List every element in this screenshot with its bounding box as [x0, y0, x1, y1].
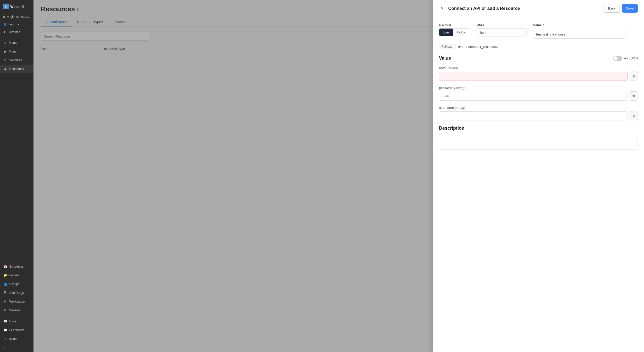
sidebar-workspace-label: virgin-workspa...: [7, 15, 30, 19]
sidebar-item-schedules[interactable]: 📅 Schedules: [0, 262, 33, 271]
user-group: User: [477, 23, 527, 37]
sidebar-item-runs-label: Runs: [9, 50, 16, 53]
collapse-icon: ←: [3, 346, 7, 350]
name-group: Name *: [533, 23, 625, 39]
sidebar-item-audit-label: Audit Logs: [9, 291, 24, 295]
owner-folder-button[interactable]: Folder: [453, 29, 470, 36]
save-button[interactable]: Save: [622, 4, 638, 13]
field-password: password (string) sh: [439, 86, 638, 101]
host-label: host* (string): [439, 66, 638, 70]
audit-icon: 🔍: [3, 291, 7, 295]
sidebar-bottom-section: 📅 Schedules 📁 Folders 👥 Groups 🔍 Audit L…: [0, 261, 33, 352]
sidebar-item-audit-logs[interactable]: 🔍 Audit Logs: [0, 288, 33, 297]
description-title: Description: [439, 126, 638, 131]
modal-header-actions: Back Save: [604, 4, 638, 13]
sidebar-item-resources-label: Resources: [9, 67, 24, 71]
username-dollar-button[interactable]: $: [630, 111, 638, 120]
owner-label: Owner: [439, 23, 470, 27]
sidebar-item-feedbacks[interactable]: 💬 Feedbacks: [0, 326, 33, 335]
host-dollar-button[interactable]: $: [630, 72, 638, 81]
sidebar-item-issues[interactable]: ⚠ Issues: [0, 335, 33, 343]
password-show-button[interactable]: sh: [629, 91, 638, 101]
workers-icon: ⚙: [3, 308, 7, 312]
sidebar-logo-label: Windmill: [10, 5, 24, 8]
name-label: Name *: [533, 23, 625, 27]
sidebar-item-variables[interactable]: $ Variables: [0, 56, 33, 65]
workspace-icon: ⊞: [3, 15, 6, 19]
sidebar-workspace[interactable]: ⊞ virgin-workspa...: [0, 13, 33, 21]
owner-group: Owner User Folder: [439, 23, 470, 36]
modal-title: Connect an API or add a Resource: [448, 6, 520, 11]
name-input[interactable]: [533, 30, 625, 39]
value-section-title: Value As JSON: [439, 56, 638, 61]
sidebar-item-folders[interactable]: 📁 Folders: [0, 271, 33, 280]
star-icon: ★: [3, 30, 6, 34]
sidebar-divider-top: [0, 37, 33, 37]
sidebar-item-runs[interactable]: ▶ Runs: [0, 47, 33, 56]
as-json-toggle[interactable]: As JSON: [613, 56, 638, 61]
sidebar-item-issues-label: Issues: [9, 337, 18, 341]
full-path-row: Full path u/henri/freshest_clickhouse: [439, 44, 638, 49]
password-input[interactable]: [439, 92, 627, 101]
sidebar-collapse-button[interactable]: ←: [0, 343, 33, 352]
password-label: password (string): [439, 86, 638, 90]
full-path-value: u/henri/freshest_clickhouse: [458, 45, 499, 49]
back-button[interactable]: Back: [604, 4, 620, 13]
sidebar-item-docs-label: Docs: [9, 320, 16, 323]
user-icon: 👤: [3, 23, 7, 26]
modal-body: Owner User Folder User Name * Full path …: [433, 17, 644, 352]
modal-header: ✕ Connect an API or add a Resource Back …: [433, 0, 644, 17]
user-input[interactable]: [477, 28, 527, 37]
sidebar-user-label: henri: [9, 23, 15, 26]
docs-icon: 📖: [3, 319, 7, 323]
sidebar: W Windmill ⊞ virgin-workspa... 👤 henri ▾…: [0, 0, 33, 352]
username-label: username (string): [439, 106, 638, 110]
resources-icon: ◈: [3, 67, 7, 71]
windmill-logo-icon: W: [3, 4, 9, 9]
sidebar-item-home[interactable]: ⌂ Home: [0, 38, 33, 47]
sidebar-item-groups[interactable]: 👥 Groups: [0, 280, 33, 288]
sidebar-item-docs[interactable]: 📖 Docs: [0, 317, 33, 326]
username-input[interactable]: [439, 111, 628, 120]
sidebar-item-folders-label: Folders: [9, 274, 20, 277]
sidebar-item-schedules-label: Schedules: [9, 265, 24, 268]
issues-icon: ⚠: [3, 337, 7, 341]
sidebar-item-feedbacks-label: Feedbacks: [9, 328, 24, 332]
sidebar-item-variables-label: Variables: [9, 58, 22, 62]
sidebar-item-resources[interactable]: ◈ Resources: [0, 65, 33, 73]
host-input[interactable]: [439, 72, 628, 81]
username-input-row: $: [439, 111, 638, 120]
sidebar-logo[interactable]: W Windmill: [0, 0, 33, 13]
sidebar-favorites[interactable]: ★ Favorites: [0, 28, 33, 36]
sidebar-item-groups-label: Groups: [9, 282, 19, 286]
as-json-switch[interactable]: [613, 56, 622, 61]
sidebar-item-workers[interactable]: ⚙ Workers: [0, 306, 33, 315]
owner-toggle: User Folder: [439, 28, 470, 36]
sidebar-item-workspace-label: Workspace: [9, 300, 25, 303]
variables-icon: $: [3, 58, 7, 62]
password-input-row: sh: [439, 91, 638, 101]
sidebar-divider-bottom: [0, 316, 33, 316]
field-host: host* (string) $: [439, 66, 638, 81]
sidebar-item-workers-label: Workers: [9, 309, 21, 312]
as-json-label: As JSON: [624, 56, 638, 60]
folders-icon: 📁: [3, 273, 7, 277]
runs-icon: ▶: [3, 49, 7, 54]
owner-user-button[interactable]: User: [439, 29, 453, 36]
schedules-icon: 📅: [3, 265, 7, 269]
host-input-row: $: [439, 72, 638, 81]
sidebar-item-workspace[interactable]: ⚙ Workspace: [0, 297, 33, 306]
description-textarea[interactable]: [439, 134, 638, 149]
modal-panel: ✕ Connect an API or add a Resource Back …: [433, 0, 644, 352]
feedbacks-icon: 💬: [3, 328, 7, 332]
modal-header-left: ✕ Connect an API or add a Resource: [439, 5, 520, 12]
close-button[interactable]: ✕: [439, 5, 445, 12]
workspace-settings-icon: ⚙: [3, 300, 7, 304]
owner-row: Owner User Folder User Name *: [439, 23, 638, 39]
groups-icon: 👥: [3, 282, 7, 286]
sidebar-favorites-label: Favorites: [7, 30, 20, 34]
sidebar-user[interactable]: 👤 henri ▾: [0, 21, 33, 28]
chevron-down-icon: ▾: [18, 23, 19, 26]
home-icon: ⌂: [3, 41, 7, 45]
user-label: User: [477, 23, 527, 27]
